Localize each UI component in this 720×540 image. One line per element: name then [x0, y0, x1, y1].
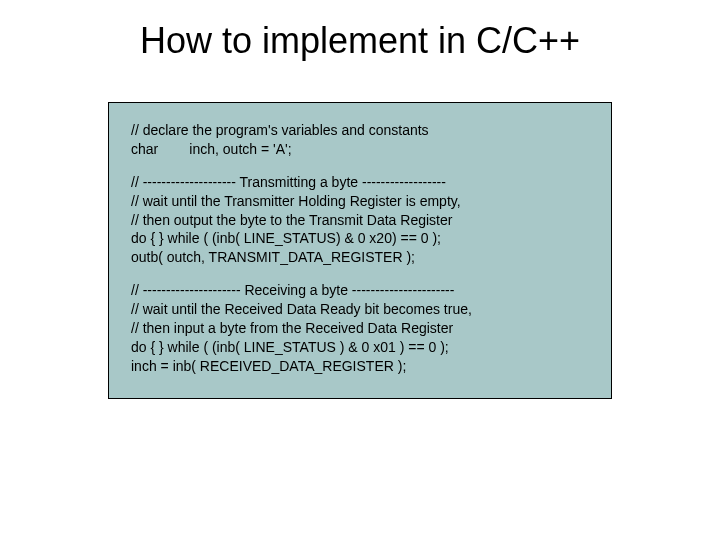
code-line: // --------------------- Receiving a byt…: [131, 281, 589, 300]
code-line: // then input a byte from the Received D…: [131, 319, 589, 338]
code-block-declarations: // declare the program's variables and c…: [131, 121, 589, 159]
slide-title: How to implement in C/C++: [0, 20, 720, 62]
code-line: do { } while ( (inb( LINE_STATUS) & 0 x2…: [131, 229, 589, 248]
code-line: // wait until the Transmitter Holding Re…: [131, 192, 589, 211]
slide: How to implement in C/C++ // declare the…: [0, 0, 720, 540]
code-block-receive: // --------------------- Receiving a byt…: [131, 281, 589, 375]
code-block-transmit: // -------------------- Transmitting a b…: [131, 173, 589, 267]
code-box: // declare the program's variables and c…: [108, 102, 612, 399]
code-line: // wait until the Received Data Ready bi…: [131, 300, 589, 319]
code-line: // -------------------- Transmitting a b…: [131, 173, 589, 192]
code-line: inch = inb( RECEIVED_DATA_REGISTER );: [131, 357, 589, 376]
code-line: outb( outch, TRANSMIT_DATA_REGISTER );: [131, 248, 589, 267]
code-line: // declare the program's variables and c…: [131, 121, 589, 140]
code-line: char inch, outch = 'A';: [131, 140, 589, 159]
code-line: do { } while ( (inb( LINE_STATUS ) & 0 x…: [131, 338, 589, 357]
code-line: // then output the byte to the Transmit …: [131, 211, 589, 230]
